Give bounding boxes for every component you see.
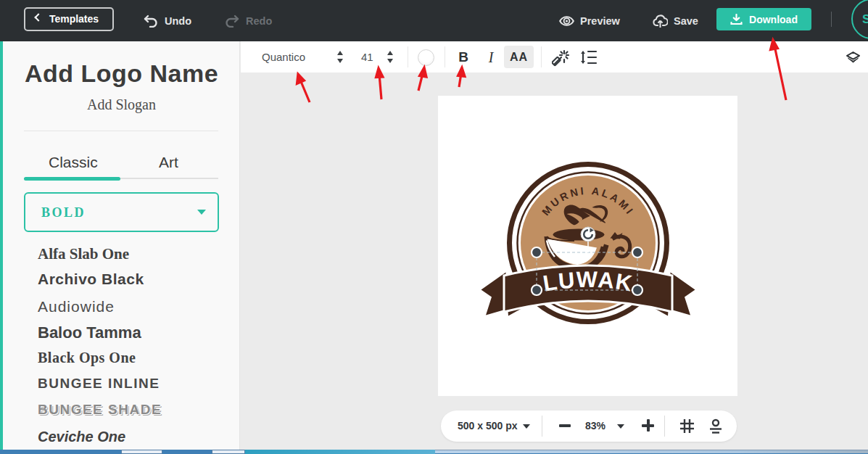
svg-text:LUWAK: LUWAK bbox=[541, 267, 635, 297]
